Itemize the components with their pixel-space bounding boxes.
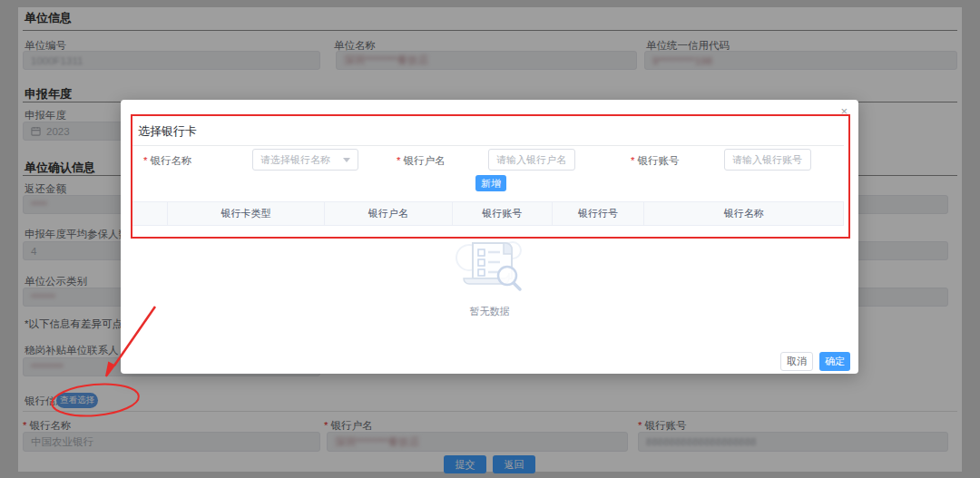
required-mark: * — [143, 155, 147, 166]
close-icon[interactable]: × — [840, 105, 848, 117]
modal-title: 选择银行卡 — [138, 123, 197, 140]
table-header-bank-branch-no: 银行行号 — [552, 202, 644, 226]
table-header-bank-name: 银行名称 — [644, 202, 844, 226]
table-header-account-no: 银行账号 — [452, 202, 552, 226]
empty-data-text: 暂无数据 — [121, 305, 858, 318]
modal-bank-name-placeholder: 请选择银行名称 — [260, 153, 330, 167]
add-button[interactable]: 新增 — [475, 175, 506, 191]
page: 单位信息 单位编号 1000F1311 单位名称 深圳********餐饮店 单… — [0, 0, 980, 478]
cancel-button[interactable]: 取消 — [780, 352, 813, 371]
modal-account-no-input-wrap — [724, 149, 811, 171]
chevron-down-icon — [343, 158, 350, 162]
modal-bank-name-label: *银行名称 — [143, 154, 191, 168]
modal-account-name-input[interactable] — [496, 154, 567, 165]
table-header-card-type: 银行卡类型 — [168, 202, 324, 226]
modal-bank-name-select[interactable]: 请选择银行名称 — [252, 149, 358, 171]
modal-account-no-label: *银行账号 — [631, 154, 679, 168]
modal-account-no-input[interactable] — [732, 154, 803, 165]
modal-title-divider — [132, 145, 844, 146]
confirm-button[interactable]: 确定 — [819, 352, 850, 371]
empty-data-icon — [446, 238, 533, 292]
table-header-account-name: 银行户名 — [324, 202, 452, 226]
table-header-select — [132, 202, 168, 226]
bank-card-table: 银行卡类型 银行户名 银行账号 银行行号 银行名称 — [132, 201, 844, 226]
modal-account-name-input-wrap — [488, 149, 575, 171]
table-header-row: 银行卡类型 银行户名 银行账号 银行行号 银行名称 — [132, 202, 844, 226]
select-bank-card-modal: × 选择银行卡 *银行名称 请选择银行名称 *银行户名 *银行账号 新增 — [121, 100, 858, 374]
required-mark: * — [397, 155, 400, 166]
modal-account-name-label: *银行户名 — [397, 154, 445, 168]
required-mark: * — [631, 155, 634, 166]
